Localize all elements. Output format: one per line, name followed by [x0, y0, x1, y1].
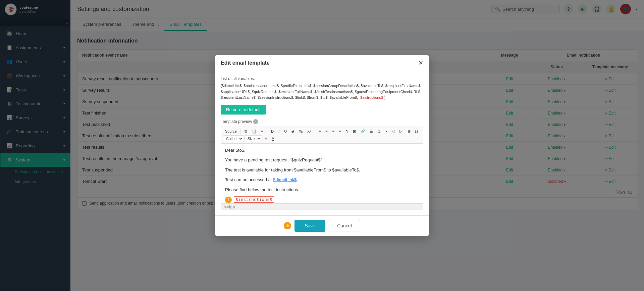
- strikethrough-btn[interactable]: S: [289, 128, 296, 134]
- table-btn[interactable]: ⊞: [406, 128, 413, 135]
- font-color-btn[interactable]: A: [263, 136, 269, 142]
- edit-email-template-modal: Edit email template ✕ List of all variab…: [215, 55, 429, 236]
- italic-btn[interactable]: I: [276, 128, 281, 134]
- modal-body: List of all variables: [$directLink$, $r…: [215, 71, 429, 215]
- variables-text-content: [$directLink$, $recipientUsername$, $pro…: [221, 84, 422, 99]
- editor-line-4: Test can be accessed at $directLink$.: [225, 176, 419, 183]
- modal-header: Edit email template ✕: [215, 55, 429, 71]
- toolbar-separator: [240, 129, 241, 134]
- save-button[interactable]: Save: [294, 220, 325, 232]
- modal-overlay: Edit email template ✕ List of all variab…: [0, 0, 644, 291]
- link-btn[interactable]: 🔗: [359, 128, 367, 135]
- modal-title: Edit email template: [221, 60, 270, 66]
- step4-badge: 4: [225, 197, 232, 203]
- indent2-btn[interactable]: ▷: [397, 128, 404, 135]
- subscript-btn[interactable]: X₂: [297, 128, 305, 135]
- copy-btn[interactable]: ⧉: [243, 128, 249, 135]
- underline-btn[interactable]: U: [282, 128, 289, 134]
- font-size-select[interactable]: Size: [245, 135, 262, 142]
- unlink-btn[interactable]: ⛓: [368, 128, 376, 134]
- editor-toolbar: Source ⧉ 📋 ≡ B I U S X₂ X² ≡ ≡ ≡ ≡ ¶ ⊞ 🔗: [221, 127, 423, 143]
- align-left-btn[interactable]: ≡: [317, 128, 323, 134]
- instructions-var-highlight: $instructions$: [234, 196, 274, 203]
- editor-link[interactable]: $directLink$: [273, 177, 297, 182]
- editor-line-1: Dear $to$,: [225, 147, 419, 154]
- special-char-btn[interactable]: Ω: [413, 128, 420, 134]
- info-icon[interactable]: i: [253, 119, 258, 124]
- bold-btn[interactable]: B: [269, 128, 276, 134]
- variables-label: List of all variables:: [221, 76, 423, 81]
- template-preview-label: Template preview i: [221, 119, 423, 124]
- outdent-btn[interactable]: ◁: [390, 128, 397, 135]
- block-quote-btn[interactable]: ¶: [344, 128, 350, 134]
- editor-statusbar: body p: [221, 204, 423, 210]
- paste-btn[interactable]: 📋: [250, 128, 259, 135]
- modal-close-button[interactable]: ✕: [418, 60, 423, 66]
- variables-highlight: $instructions$: [359, 95, 384, 100]
- align-right-btn[interactable]: ≡: [330, 128, 336, 134]
- step5-badge: 5: [284, 222, 291, 229]
- list-ul-btn[interactable]: •: [384, 128, 389, 134]
- source-btn[interactable]: Source: [223, 128, 239, 134]
- justify-btn[interactable]: ≡: [337, 128, 343, 134]
- editor-line-2: You have a pending test request: "$quizR…: [225, 157, 419, 163]
- editor-content-area[interactable]: Dear $to$, You have a pending test reque…: [221, 143, 423, 204]
- editor-line4-pre: Test can be accessed at: [225, 177, 273, 182]
- restore-to-default-button[interactable]: Restore to default: [221, 105, 266, 115]
- editor-line-3: The test is available for taking from $a…: [225, 167, 419, 173]
- cancel-button[interactable]: Cancel: [329, 220, 360, 231]
- list-ol-btn[interactable]: 1.: [376, 128, 383, 134]
- toolbar-separator: [267, 129, 267, 134]
- modal-footer: 5 Save Cancel: [215, 215, 429, 236]
- editor-line-6: 4$instructions$: [225, 196, 419, 203]
- font-family-select[interactable]: Calibri: [223, 135, 244, 142]
- align-center-btn[interactable]: ≡: [323, 128, 329, 134]
- editor-line4-post: .: [297, 177, 298, 182]
- toolbar-separator: [315, 129, 315, 134]
- bg-color-btn[interactable]: A̲: [270, 135, 276, 142]
- variables-text: [$directLink$, $recipientUsername$, $pro…: [221, 83, 423, 101]
- superscript-btn[interactable]: X²: [305, 128, 313, 134]
- format-btn[interactable]: ≡: [259, 128, 265, 134]
- editor-line-5: Please find below the test instructions:: [225, 187, 419, 193]
- indent-btn[interactable]: ⊞: [351, 128, 358, 135]
